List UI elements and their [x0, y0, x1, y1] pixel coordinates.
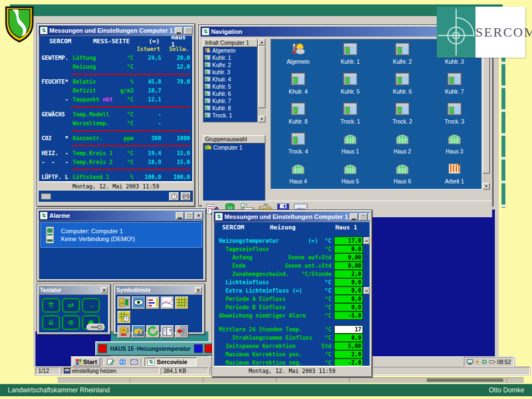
window-alarme: ⇅ Alarme ▁ □ × Computer: Computer 1 Kein… [37, 208, 206, 282]
printer-icon[interactable] [181, 192, 191, 201]
nav-icon-trock-3[interactable]: Trock. 3 [428, 103, 480, 132]
start-button[interactable]: Start [73, 357, 100, 366]
setting-value[interactable]: -2,0 [334, 359, 363, 366]
scroll-down-icon[interactable]: ▼ [258, 116, 265, 122]
tree-item-kuhlr-8[interactable]: Kuhlr. 8 [203, 105, 257, 112]
tree-item-trock-1[interactable]: Trock. 1 [203, 112, 257, 119]
table-grid-icon[interactable] [175, 296, 188, 309]
setting-value[interactable]: 5,00 [334, 342, 363, 350]
tree-item-kuhlr-5[interactable]: Kuhlr. 5 [203, 83, 257, 90]
clock-icon[interactable] [169, 192, 179, 201]
nav-icon-trock-1[interactable]: Trock. 1 [324, 103, 376, 132]
app-label: Sercovisie [157, 359, 187, 365]
scrollbar-thumb[interactable] [427, 378, 503, 382]
tree-item-khulr-4[interactable]: Khulr. 4 [203, 76, 257, 83]
nav-icon-kuhlr-7[interactable]: Kuhlr. 7 [428, 73, 480, 103]
close-button[interactable]: × [101, 287, 108, 293]
minimize-button[interactable]: ▁ [175, 27, 183, 34]
tree-item-kuhlr-6[interactable]: Kuhlr. 6 [203, 90, 257, 98]
heiz-titlebar[interactable]: ⇅ Messungen und Einstellungen Computer 1… [214, 212, 370, 222]
eye-icon[interactable] [132, 296, 145, 309]
refresh-icon[interactable] [146, 325, 160, 338]
tastatur-left-right-button[interactable]: ⇄ [62, 298, 80, 313]
tree-item-label: Kuhlr. 7 [212, 98, 231, 104]
minimize-button[interactable]: ▁ [350, 213, 358, 221]
setting-value[interactable]: 2,0 [334, 270, 363, 278]
close-button[interactable]: × [195, 287, 202, 293]
exit-door-icon[interactable] [175, 325, 188, 338]
grid-scrollbar[interactable]: ▲ ▼ [483, 39, 490, 190]
door-card-icon[interactable] [117, 296, 131, 309]
nav-icon-kuhlr-6[interactable]: Kuhlr. 6 [376, 73, 428, 103]
curve-graph-icon[interactable] [161, 296, 174, 309]
tree-item-kuhlr-7[interactable]: Kuhlr. 7 [203, 98, 257, 105]
setting-value[interactable]: 17 [334, 325, 363, 334]
scroll-down-icon[interactable]: ▼ [483, 183, 490, 190]
setting-value[interactable]: -5,0 [334, 311, 363, 320]
setting-value[interactable]: 0,0 [334, 287, 363, 295]
setting-value[interactable]: 0,0 [334, 245, 363, 253]
nav-icon-trock-2[interactable]: Trock. 2 [376, 103, 428, 132]
nav-icon-kuhlr-8[interactable]: Kuhlr. 8 [272, 103, 324, 132]
internet-icon[interactable] [117, 357, 127, 366]
setting-value[interactable]: 0,0 [334, 334, 363, 342]
value-spinner-button[interactable] [364, 237, 370, 244]
w1-titlebar[interactable]: ⇅ Messungen und Einstellungen Computer 1… [39, 25, 193, 35]
scroll-thumb[interactable] [483, 46, 490, 173]
setting-value[interactable]: 0,0 [334, 278, 363, 287]
nav-icon-trock-4[interactable]: Trock. 4 [272, 132, 324, 162]
close-button[interactable]: × [369, 213, 370, 221]
tree-item-kuhlr-3[interactable]: kuhlr. 3 [203, 69, 257, 76]
setting-value[interactable]: 0,00 [334, 262, 363, 270]
minimize-button[interactable]: ▁ [176, 212, 184, 219]
group-item-computer-1[interactable]: Computer 1 [203, 144, 265, 152]
tastatur-scroll-up-button[interactable]: ⇈ [42, 298, 60, 313]
tree-item-kuhlr-1[interactable]: Kuhlr. 1 [203, 54, 257, 62]
mail-icon[interactable] [129, 357, 139, 366]
symbolleiste-titlebar[interactable]: Symbolleiste × [115, 286, 203, 294]
tree-scrollbar[interactable]: ▲ ▼ [258, 39, 265, 122]
alarm-list-item[interactable]: Computer: Computer 1 Keine Verbindung (D… [40, 222, 202, 248]
nav-icon-haus-2[interactable]: Haus 2 [376, 132, 428, 162]
nav-icon-haus-4[interactable]: Haus 4 [272, 162, 324, 190]
scroll-thumb[interactable] [258, 46, 265, 108]
system-tray[interactable]: 08:52 [464, 357, 514, 367]
nav-icon-kulhr-2[interactable]: Kulhr. 2 [376, 43, 428, 73]
maximize-button[interactable]: □ [184, 27, 192, 34]
folder-disk-icon[interactable] [132, 325, 145, 338]
wrench-button[interactable] [86, 324, 105, 331]
nav-icon-haus-1[interactable]: Haus 1 [324, 132, 376, 162]
bar-chart-icon[interactable] [146, 296, 160, 309]
tastatur-titlebar[interactable]: Tastatur × [39, 286, 109, 294]
scroll-up-icon[interactable]: ▲ [258, 39, 265, 45]
nav-icon-haus-3[interactable]: Haus 3 [428, 132, 480, 162]
maximize-button[interactable]: □ [359, 213, 367, 221]
setting-value[interactable]: 0,00 [334, 253, 363, 262]
help-book-icon[interactable]: ? [161, 325, 174, 338]
taskbar-app-sercovisie[interactable]: ⇅ Sercovisie [145, 357, 197, 366]
tastatur-plus-button[interactable]: ⊕ [62, 315, 80, 330]
setting-value[interactable]: 17,0 [334, 237, 363, 245]
desktop-pen-icon[interactable] [106, 357, 116, 366]
tastatur-scroll-down-button[interactable]: ⇊ [42, 315, 60, 330]
value-spinner-button[interactable] [364, 287, 370, 294]
row-category [42, 63, 73, 71]
nav-icon-haus-6[interactable]: Haus 6 [376, 162, 428, 190]
setting-value[interactable]: 2,0 [334, 350, 363, 359]
nav-icon-kuhlr-1[interactable]: Kuhlr. 1 [324, 43, 376, 73]
nav-icon-haus-5[interactable]: Haus 5 [324, 162, 376, 190]
maximize-button[interactable]: □ [185, 212, 193, 219]
setting-value[interactable]: 0,0 [334, 303, 363, 311]
alarm-titlebar[interactable]: ⇅ Alarme ▁ □ × [39, 211, 204, 221]
tree-item-kulhr-2[interactable]: Kulhr. 2 [203, 62, 257, 69]
nav-icon-khulr-4[interactable]: Khulr. 4 [272, 73, 324, 103]
tastatur-right-button[interactable]: → [82, 298, 100, 313]
nav-icon-algemein[interactable]: Algemein [272, 43, 324, 73]
tree-item-algemein[interactable]: Algemein [203, 47, 257, 54]
nav-icon-arbeit-1[interactable]: Arbeit 1 [428, 162, 480, 190]
setting-value[interactable]: 0,0 [334, 295, 363, 303]
nav-icon-kuhlr-5[interactable]: Kuhlr. 5 [324, 73, 376, 103]
close-button[interactable]: × [195, 212, 203, 219]
alarm-bell-icon[interactable] [117, 325, 131, 338]
table-clock-icon[interactable] [117, 311, 131, 324]
